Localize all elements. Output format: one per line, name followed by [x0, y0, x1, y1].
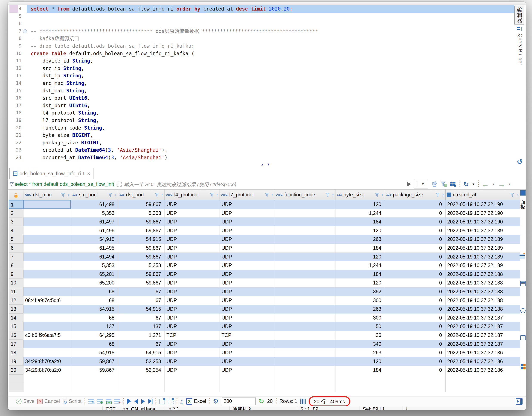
grid-cell[interactable]: 2022-05-19 10:37:32.189: [445, 226, 520, 235]
grid-cell[interactable]: 1,244: [336, 261, 385, 270]
grid-cell[interactable]: [165, 375, 220, 383]
column-header-l4_protocol[interactable]: ABCl4_protocol↕: [165, 189, 220, 200]
grid-cell[interactable]: [275, 253, 336, 261]
grid-cell[interactable]: 2022-05-19 10:37:32.188: [445, 278, 520, 287]
grid-cell[interactable]: c0:b6:f9:6a:a7:5: [23, 331, 71, 340]
code-line[interactable]: 23 created_at DateTime64(3, 'Asia/Shangh…: [8, 146, 514, 154]
row-number[interactable]: 6: [9, 244, 23, 253]
grid-cell[interactable]: UDP: [220, 357, 275, 366]
grid-cell[interactable]: 59,867: [71, 357, 118, 366]
statusbar-handle-icon[interactable]: ⁞: [403, 406, 410, 410]
row-number[interactable]: 1: [9, 200, 23, 209]
export-icon[interactable]: ↑: [180, 398, 183, 404]
line-number[interactable]: 24: [8, 154, 27, 161]
text-panel-icon[interactable]: I: [520, 335, 526, 340]
panel-label[interactable]: 面板: [519, 199, 526, 209]
code-text[interactable]: create table default.ods_bolean_sa_flow_…: [27, 50, 514, 57]
grid-cell[interactable]: UDP: [165, 287, 220, 296]
grid-cell[interactable]: 2022-05-19 10:37:32.189: [445, 244, 520, 253]
filter-placeholder[interactable]: 输入一个 SQL 表达式来过滤结果 (使用 Ctrl+Space): [124, 180, 407, 188]
sql-editor[interactable]: 4select * from default.ods_bolean_sa_flo…: [8, 5, 514, 162]
code-line[interactable]: 17 dst_port UInt16,: [8, 102, 514, 109]
grid-cell[interactable]: UDP: [220, 270, 275, 279]
next-result-icon[interactable]: →: [498, 181, 505, 187]
grid-cell[interactable]: [23, 375, 71, 383]
grid-cell[interactable]: [275, 305, 336, 313]
grid-cell[interactable]: [23, 313, 71, 322]
grid-cell[interactable]: [23, 383, 71, 392]
row-number[interactable]: 16: [9, 331, 23, 340]
row-number[interactable]: 12: [9, 296, 23, 305]
grid-cell[interactable]: UDP: [165, 366, 220, 375]
line-number[interactable]: 22: [8, 139, 27, 147]
next-row-icon[interactable]: [141, 399, 145, 404]
grid-cell[interactable]: 0: [385, 235, 445, 244]
statusbar-item[interactable]: 智能插入: [230, 406, 297, 410]
grid-cell[interactable]: UDP: [220, 217, 275, 226]
grid-cell[interactable]: UDP: [220, 348, 275, 357]
previous-dropdown-icon[interactable]: ▼: [492, 183, 495, 186]
grid-cell[interactable]: 1,244: [336, 209, 385, 218]
grid-cell[interactable]: [275, 366, 336, 375]
fetch-all-icon[interactable]: [300, 399, 306, 404]
code-line[interactable]: 16 src_port UInt16,: [8, 94, 514, 102]
grid-cell[interactable]: 0: [385, 270, 445, 279]
grid-cell[interactable]: 2022-05-19 10:37:32.187: [445, 331, 520, 340]
column-header-function_code[interactable]: ABCfunction_code↕: [275, 189, 336, 200]
column-filter-icon[interactable]: [375, 192, 379, 197]
statusbar-item[interactable]: Sel: 89 | 1: [360, 406, 403, 410]
excel-button[interactable]: XExcel: [186, 398, 206, 405]
row-number[interactable]: 17: [9, 340, 23, 349]
column-sort-icon[interactable]: ↕: [161, 192, 163, 197]
line-number[interactable]: 9: [8, 42, 27, 50]
column-filter-icon[interactable]: [435, 192, 440, 197]
code-text[interactable]: src_port UInt16,: [27, 94, 514, 102]
code-line[interactable]: 19 l7_protocol String,: [8, 117, 514, 124]
code-line[interactable]: 11 device_id String,: [8, 57, 514, 65]
grid-cell[interactable]: UDP: [165, 340, 220, 349]
code-text[interactable]: [27, 20, 514, 28]
grid-cell[interactable]: 5,353: [118, 261, 165, 270]
column-filter-icon[interactable]: [510, 192, 515, 197]
grid-cell[interactable]: 61,498: [71, 200, 118, 209]
code-text[interactable]: dst_mac String,: [27, 87, 514, 95]
grid-cell[interactable]: UDP: [220, 278, 275, 287]
code-text[interactable]: dst_port UInt16,: [27, 102, 514, 109]
grid-cell[interactable]: [336, 383, 385, 392]
grid-cell[interactable]: TCP: [165, 331, 220, 340]
editor-results-splitter[interactable]: ▲▼: [8, 162, 526, 167]
grid-cell[interactable]: UDP: [220, 261, 275, 270]
grid-cell[interactable]: TCP: [220, 331, 275, 340]
code-line[interactable]: 18 l4_protocol String,: [8, 109, 514, 117]
grid-cell[interactable]: UDP: [165, 270, 220, 279]
grid-cell[interactable]: 137: [71, 322, 118, 331]
grid-cell[interactable]: 184: [336, 270, 385, 279]
code-text[interactable]: package_size BIGINT,: [27, 139, 514, 147]
row-number[interactable]: 13: [9, 305, 23, 313]
code-text[interactable]: -- *************************************…: [27, 28, 514, 35]
grid-cell[interactable]: 52,253: [118, 357, 165, 366]
line-number[interactable]: 23: [8, 146, 27, 154]
grid-cell[interactable]: UDP: [220, 313, 275, 322]
grid-cell[interactable]: 54,915: [71, 235, 118, 244]
code-line[interactable]: 5: [8, 13, 514, 20]
goto-row-icon[interactable]: [159, 399, 165, 404]
row-number[interactable]: 15: [9, 322, 23, 331]
grid-cell[interactable]: [275, 235, 336, 244]
grid-cell[interactable]: 34:29:8f:70:a2:0: [23, 357, 71, 366]
grid-cell[interactable]: 0: [385, 217, 445, 226]
grid-cell[interactable]: UDP: [165, 357, 220, 366]
column-filter-icon[interactable]: [61, 192, 66, 197]
grid-cell[interactable]: [275, 244, 336, 253]
grid-cell[interactable]: 2022-05-19 10:37:32.187: [445, 340, 520, 349]
save-filter-icon[interactable]: [441, 181, 447, 187]
grid-cell[interactable]: [23, 235, 71, 244]
last-row-icon[interactable]: [148, 399, 153, 404]
button-panel-icon[interactable]: ⠿: [520, 308, 526, 313]
line-number[interactable]: 12: [8, 65, 27, 72]
grid-cell[interactable]: [23, 348, 71, 357]
grid-cell[interactable]: [275, 217, 336, 226]
grid-cell[interactable]: UDP: [220, 235, 275, 244]
code-text[interactable]: byte_size BIGINT,: [27, 132, 514, 139]
grid-cell[interactable]: 352: [336, 287, 385, 296]
